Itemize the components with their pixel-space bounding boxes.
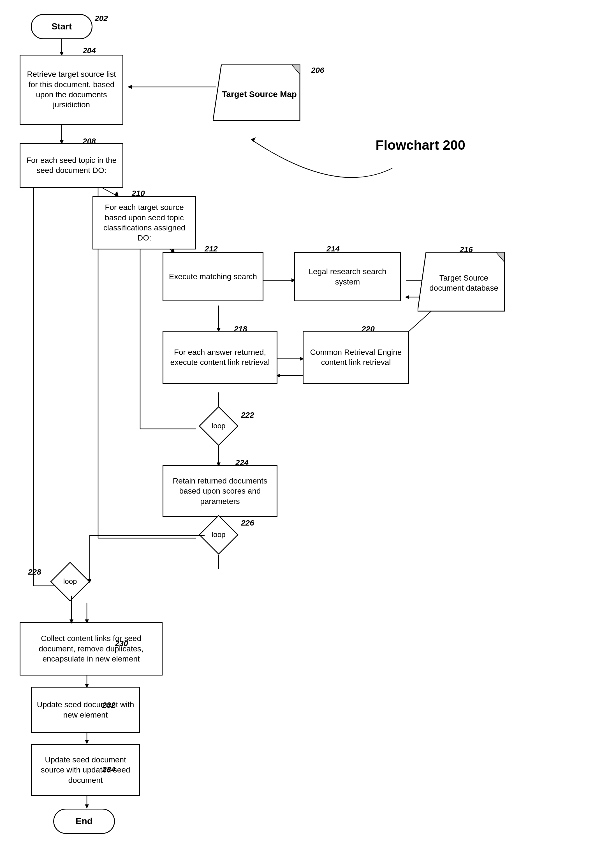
num-224: 224	[235, 458, 249, 467]
node-234: Update seed document source with updated…	[31, 744, 140, 796]
node-222-label: loop	[202, 414, 235, 439]
node-224: Retain returned documents based upon sco…	[163, 465, 277, 517]
node-228-label: loop	[53, 569, 87, 594]
node-214: Legal research search system	[294, 252, 401, 301]
start-label: Start	[51, 21, 72, 32]
num-212: 212	[205, 244, 218, 254]
num-208: 208	[83, 137, 96, 146]
label-202: 202	[95, 14, 108, 23]
num-218: 218	[234, 324, 247, 333]
label-222: loop	[211, 421, 225, 431]
node-220: Common Retrieval Engine content link ret…	[303, 331, 409, 384]
num-226: 226	[241, 519, 254, 528]
num-210: 210	[132, 189, 145, 198]
num-234: 234	[102, 765, 116, 774]
node-230: Collect content links for seed document,…	[20, 622, 163, 676]
svg-marker-45	[85, 804, 89, 809]
num-232: 232	[102, 701, 116, 710]
start-node: Start	[31, 14, 92, 39]
num-222: 222	[241, 411, 254, 420]
num-230: 230	[115, 639, 128, 648]
svg-marker-43	[85, 740, 89, 744]
diagram-number: Flowchart 200	[375, 137, 465, 153]
label-226: loop	[211, 530, 225, 540]
node-204: Retrieve target source list for this doc…	[20, 55, 123, 125]
label-224: Retain returned documents based upon sco…	[163, 474, 277, 509]
node-212: Execute matching search	[163, 252, 263, 301]
num-214: 214	[327, 244, 340, 254]
num-206: 206	[311, 66, 324, 75]
node-206: Target Source Map	[216, 67, 303, 120]
svg-marker-14	[405, 295, 409, 299]
node-226-label: loop	[202, 522, 235, 547]
flowchart-diagram: Start 202 Retrieve target source list fo…	[0, 0, 616, 842]
num-204: 204	[83, 46, 96, 55]
label-210: For each target source based upon seed t…	[93, 200, 195, 245]
label-212: Execute matching search	[167, 269, 259, 284]
svg-marker-3	[128, 85, 132, 89]
node-216: Target Source document database	[420, 255, 507, 311]
label-218: For each answer returned, execute conten…	[163, 345, 277, 370]
label-208: For each seed topic in the seed document…	[21, 153, 122, 178]
node-218: For each answer returned, execute conten…	[163, 331, 277, 384]
label-230: Collect content links for seed document,…	[21, 631, 162, 666]
node-232: Update seed document with new element	[31, 687, 140, 733]
svg-marker-46	[251, 137, 255, 142]
num-228: 228	[28, 568, 41, 576]
label-232: Update seed document with new element	[32, 697, 139, 722]
label-214: Legal research search system	[295, 264, 400, 289]
node-210: For each target source based upon seed t…	[92, 196, 196, 249]
label-228: loop	[63, 577, 77, 586]
label-216: Target Source document database	[420, 271, 507, 296]
node-208: For each seed topic in the seed document…	[20, 143, 123, 188]
label-204: Retrieve target source list for this doc…	[21, 66, 122, 113]
num-220: 220	[362, 324, 375, 333]
label-234: Update seed document source with updated…	[32, 753, 139, 788]
num-216: 216	[460, 245, 473, 254]
label-206: Target Source Map	[222, 89, 297, 100]
end-node: End	[53, 809, 115, 834]
end-label: End	[76, 816, 92, 827]
label-220: Common Retrieval Engine content link ret…	[304, 345, 408, 370]
